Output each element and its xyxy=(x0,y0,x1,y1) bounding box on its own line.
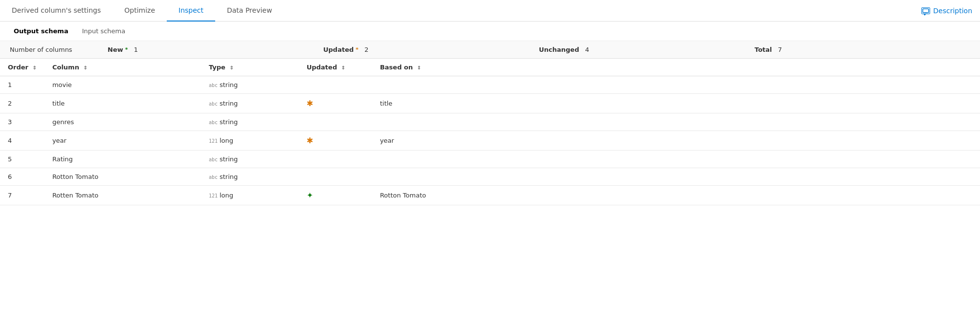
summary-new-key: New xyxy=(108,46,123,53)
cell-basedon xyxy=(372,76,980,94)
summary-total: Total 7 xyxy=(755,46,970,53)
table-container: Order ⇕ Column ⇕ Type ⇕ Updated ⇕ Based … xyxy=(0,59,980,205)
table-row: 5Ratingabcstring xyxy=(0,151,980,168)
summary-updated-count: 2 xyxy=(364,46,368,53)
cell-column: movie xyxy=(45,76,201,94)
cell-column: title xyxy=(45,94,201,113)
cell-basedon xyxy=(372,168,980,186)
type-prefix: abc xyxy=(209,120,218,125)
tab-derived[interactable]: Derived column's settings xyxy=(8,0,112,22)
sort-icon-column: ⇕ xyxy=(83,65,87,70)
cell-order: 4 xyxy=(0,131,45,151)
cell-updated xyxy=(299,168,372,186)
cell-basedon: Rotton Tomato xyxy=(372,186,980,205)
table-row: 4year121long✱year xyxy=(0,131,980,151)
header-type[interactable]: Type ⇕ xyxy=(201,59,299,76)
cell-updated: ✱ xyxy=(299,94,372,113)
cell-column: genres xyxy=(45,113,201,131)
header-updated[interactable]: Updated ⇕ xyxy=(299,59,372,76)
type-prefix: 121 xyxy=(209,138,218,144)
summary-unchanged: Unchanged 4 xyxy=(539,46,755,53)
summary-total-count: 7 xyxy=(778,46,782,53)
table-row: 3genresabcstring xyxy=(0,113,980,131)
sort-icon-basedon: ⇕ xyxy=(417,65,421,70)
cell-order: 1 xyxy=(0,76,45,94)
cell-order: 3 xyxy=(0,113,45,131)
cell-updated xyxy=(299,113,372,131)
cell-type: abcstring xyxy=(201,94,299,113)
cell-type: 121long xyxy=(201,186,299,205)
type-prefix: abc xyxy=(209,101,218,107)
updated-icon-green: ✦ xyxy=(307,191,313,200)
type-prefix: abc xyxy=(209,83,218,88)
updated-icon-orange: ✱ xyxy=(307,136,313,145)
updated-icon-orange: ✱ xyxy=(307,99,313,108)
summary-unchanged-key: Unchanged xyxy=(539,46,579,53)
table-row: 7Rotten Tomato121long✦Rotton Tomato xyxy=(0,186,980,205)
cell-type: abcstring xyxy=(201,113,299,131)
schema-table: Order ⇕ Column ⇕ Type ⇕ Updated ⇕ Based … xyxy=(0,59,980,205)
cell-basedon: title xyxy=(372,94,980,113)
cell-column: Rotten Tomato xyxy=(45,186,201,205)
header-order[interactable]: Order ⇕ xyxy=(0,59,45,76)
cell-basedon: year xyxy=(372,131,980,151)
cell-basedon xyxy=(372,151,980,168)
header-column[interactable]: Column ⇕ xyxy=(45,59,201,76)
cell-order: 7 xyxy=(0,186,45,205)
cell-updated xyxy=(299,76,372,94)
cell-type: abcstring xyxy=(201,76,299,94)
svg-rect-0 xyxy=(923,9,929,13)
cell-updated xyxy=(299,151,372,168)
header-basedon[interactable]: Based on ⇕ xyxy=(372,59,980,76)
summary-updated: Updated* 2 xyxy=(323,46,539,53)
summary-updated-key: Updated xyxy=(323,46,354,53)
cell-type: 121long xyxy=(201,131,299,151)
cell-updated: ✱ xyxy=(299,131,372,151)
description-button[interactable]: Description xyxy=(921,7,972,15)
cell-order: 5 xyxy=(0,151,45,168)
summary-new: New* 1 xyxy=(108,46,323,53)
sort-icon-type: ⇕ xyxy=(229,65,233,70)
sub-tab-output[interactable]: Output schema xyxy=(8,25,74,37)
cell-order: 6 xyxy=(0,168,45,186)
summary-updated-badge: * xyxy=(356,46,358,53)
summary-new-badge: * xyxy=(125,46,128,53)
cell-type: abcstring xyxy=(201,151,299,168)
type-prefix: abc xyxy=(209,175,218,180)
cell-column: year xyxy=(45,131,201,151)
table-row: 2titleabcstring✱title xyxy=(0,94,980,113)
tab-optimize[interactable]: Optimize xyxy=(112,0,167,22)
tab-inspect[interactable]: Inspect xyxy=(167,0,215,22)
table-row: 6Rotton Tomatoabcstring xyxy=(0,168,980,186)
sort-icon-order: ⇕ xyxy=(33,65,37,70)
sort-icon-updated: ⇕ xyxy=(341,65,345,70)
tab-bar: Derived column's settings Optimize Inspe… xyxy=(0,0,980,22)
sub-tab-input[interactable]: Input schema xyxy=(76,25,132,37)
description-icon xyxy=(921,7,930,14)
table-row: 1movieabcstring xyxy=(0,76,980,94)
cell-updated: ✦ xyxy=(299,186,372,205)
cell-basedon xyxy=(372,113,980,131)
table-body: 1movieabcstring2titleabcstring✱title3gen… xyxy=(0,76,980,205)
summary-label: Number of columns xyxy=(10,46,108,53)
type-prefix: abc xyxy=(209,157,218,162)
type-prefix: 121 xyxy=(209,193,218,198)
summary-total-key: Total xyxy=(755,46,772,53)
cell-order: 2 xyxy=(0,94,45,113)
summary-unchanged-count: 4 xyxy=(585,46,589,53)
header-row: Order ⇕ Column ⇕ Type ⇕ Updated ⇕ Based … xyxy=(0,59,980,76)
tab-data-preview[interactable]: Data Preview xyxy=(215,0,284,22)
cell-type: abcstring xyxy=(201,168,299,186)
cell-column: Rotton Tomato xyxy=(45,168,201,186)
cell-column: Rating xyxy=(45,151,201,168)
summary-new-count: 1 xyxy=(134,46,138,53)
table-header: Order ⇕ Column ⇕ Type ⇕ Updated ⇕ Based … xyxy=(0,59,980,76)
sub-tab-bar: Output schema Input schema xyxy=(0,22,980,41)
summary-row: Number of columns New* 1 Updated* 2 Unch… xyxy=(0,41,980,59)
